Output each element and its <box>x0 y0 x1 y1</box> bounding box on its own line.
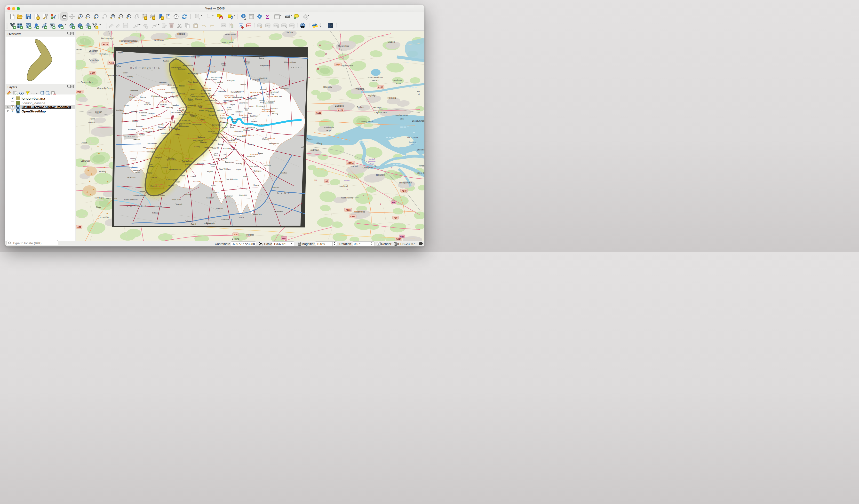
svg-text:abc: abc <box>290 24 294 27</box>
svg-text:Ruislip: Ruislip <box>124 104 129 106</box>
svg-text:Crouch End: Crouch End <box>196 96 205 97</box>
svg-text:Edmonton: Edmonton <box>215 82 223 83</box>
svg-text:2A: 2A <box>314 179 317 181</box>
svg-text:Harrow: Harrow <box>140 96 146 98</box>
svg-text:Leigh on Sea: Leigh on Sea <box>374 111 386 113</box>
svg-text:A130: A130 <box>378 86 383 88</box>
svg-text:ab: ab <box>240 24 242 27</box>
svg-text:A129: A129 <box>338 109 343 111</box>
svg-text:Warlingham: Warlingham <box>224 195 233 197</box>
svg-text:Worcester Park: Worcester Park <box>169 169 181 170</box>
svg-text:FOREST: FOREST <box>225 97 233 98</box>
svg-text:Crouch: Crouch <box>395 82 402 85</box>
svg-text:Abbey: Abbey <box>244 63 250 65</box>
svg-text:Kennington: Kennington <box>212 132 221 134</box>
svg-text:Raynes Park: Raynes Park <box>182 160 192 162</box>
svg-text:Wood: Wood <box>191 116 195 118</box>
svg-text:Bexleyheath: Bexleyheath <box>269 142 279 145</box>
svg-text:Hadleigh: Hadleigh <box>373 106 381 109</box>
svg-text:Banstead: Banstead <box>184 193 192 196</box>
svg-text:Tadworth: Tadworth <box>175 203 182 205</box>
svg-text:Isle of Sh: Isle of Sh <box>417 172 424 174</box>
svg-text:Stanmore: Stanmore <box>159 82 166 83</box>
svg-text:Keston: Keston <box>243 176 248 178</box>
svg-text:Σ: Σ <box>266 14 269 20</box>
svg-text:Eton: Eton <box>90 118 95 120</box>
svg-text:Palace: Palace <box>213 154 218 156</box>
svg-text:Vauxhall: Vauxhall <box>208 131 214 132</box>
svg-text:Merstham: Merstham <box>204 223 211 225</box>
svg-text:Gants Hill: Gants Hill <box>244 99 252 101</box>
svg-text:Harold Hill: Harold Hill <box>259 77 267 79</box>
svg-text:Willesden: Willesden <box>177 109 184 111</box>
svg-text:Molesey: Molesey <box>148 165 154 167</box>
svg-text:Dogs: Dogs <box>230 126 234 128</box>
svg-text:Brentford: Brentford <box>158 129 165 131</box>
svg-text:BARKING &: BARKING & <box>262 109 273 110</box>
svg-text:12: 12 <box>308 77 310 78</box>
svg-text:Berkhamsted: Berkhamsted <box>101 37 114 40</box>
svg-text:REDBRIDGE: REDBRIDGE <box>250 91 261 93</box>
svg-text:Highams Park: Highams Park <box>230 91 241 93</box>
svg-text:Hayes: Hayes <box>236 169 241 171</box>
svg-text:Isle of: Isle of <box>230 124 234 126</box>
svg-text:Mill Hill: Mill Hill <box>179 85 184 87</box>
svg-text:Shoeburyness: Shoeburyness <box>412 120 424 122</box>
svg-text:K E N T: K E N T <box>277 192 290 194</box>
svg-text:Beckenham: Beckenham <box>225 161 235 163</box>
svg-text:7: 7 <box>380 203 381 205</box>
svg-text:Weybridge: Weybridge <box>127 176 136 178</box>
svg-text:Isleworth: Isleworth <box>135 126 142 127</box>
svg-text:Forest: Forest <box>244 107 249 109</box>
svg-text:Wembley: Wembley <box>166 106 173 109</box>
svg-text:Hendon: Hendon <box>179 93 185 94</box>
svg-text:Heston: Heston <box>132 120 137 122</box>
svg-text:BARNET: BARNET <box>187 83 195 85</box>
svg-text:Friern Barnet: Friern Barnet <box>187 81 198 83</box>
svg-text:Tulse Hill: Tulse Hill <box>212 147 219 149</box>
svg-text:?: ? <box>329 24 332 28</box>
svg-text:Heath: Heath <box>211 166 215 167</box>
svg-text:Cheshunt: Cheshunt <box>230 55 237 57</box>
svg-text:Ilford: Ilford <box>249 105 253 107</box>
svg-text:Windsor: Windsor <box>88 121 95 124</box>
svg-text:Walthamstow: Walthamstow <box>233 96 244 98</box>
svg-text:A4094: A4094 <box>76 90 82 93</box>
svg-text:HILLINGDON: HILLINGDON <box>130 100 142 101</box>
svg-text:Finchley: Finchley <box>190 95 196 97</box>
svg-text:Hatfield: Hatfield <box>177 33 185 35</box>
svg-text:BEXLEY: BEXLEY <box>268 137 275 139</box>
svg-text:Clapton: Clapton <box>226 109 232 110</box>
svg-text:Goodmayes: Goodmayes <box>256 105 266 107</box>
svg-text:Kenton: Kenton <box>161 97 166 98</box>
svg-text:Tooting: Tooting <box>194 146 199 148</box>
svg-text:Ewell: Ewell <box>176 181 180 183</box>
svg-text:HEATHROW: HEATHROW <box>124 136 135 138</box>
svg-text:Palmers Green: Palmers Green <box>205 79 216 80</box>
svg-text:Isl: Isl <box>418 93 420 95</box>
svg-text:Clayhall: Clayhall <box>251 94 257 96</box>
svg-text:St Margarets: St Margarets <box>143 131 152 133</box>
svg-text:Swanley: Swanley <box>264 164 271 166</box>
svg-text:Cheam: Cheam <box>180 175 185 177</box>
svg-text:East: East <box>150 164 153 165</box>
svg-text:Bushey: Bushey <box>127 76 133 78</box>
svg-text:8: 8 <box>140 35 141 36</box>
svg-text:Ingatestone: Ingatestone <box>341 64 353 67</box>
svg-text:Bromley: Bromley <box>236 162 242 165</box>
svg-text:Grays: Grays <box>306 138 313 140</box>
svg-text:>: > <box>319 25 321 28</box>
svg-text:WALTHAM: WALTHAM <box>224 95 234 97</box>
svg-text:HAVERING: HAVERING <box>267 95 277 97</box>
svg-text:✳: ✳ <box>96 26 98 29</box>
svg-text:Chipping Ongar: Chipping Ongar <box>284 61 296 63</box>
svg-text:Thames: Thames <box>134 171 140 173</box>
svg-text:LAMBETH: LAMBETH <box>204 138 213 140</box>
svg-text:Upper Norwood: Upper Norwood <box>215 157 227 159</box>
svg-text:Redhill: Redhill <box>191 223 196 225</box>
svg-text:Golders: Golders <box>187 98 193 100</box>
svg-text:Coulsdon: Coulsdon <box>206 197 214 199</box>
svg-text:Hainault: Hainault <box>240 84 246 86</box>
svg-text:MERTON: MERTON <box>185 158 194 159</box>
svg-text:Rochford: Rochford <box>387 97 396 99</box>
